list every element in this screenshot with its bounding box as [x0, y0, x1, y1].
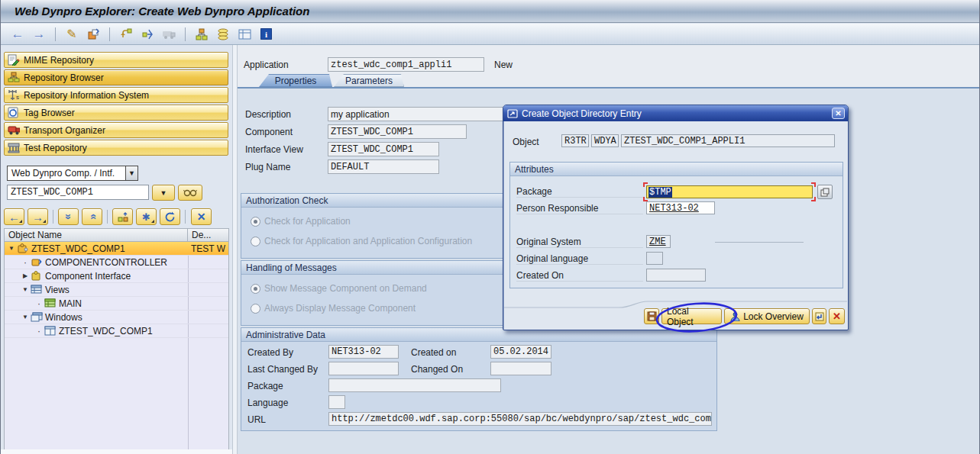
tab-parameters[interactable]: Parameters	[334, 74, 404, 87]
object-name-input[interactable]: ZTEST_WDC_COMP1	[7, 185, 149, 200]
package-input[interactable]: $TMP	[646, 185, 813, 198]
interface-view-field[interactable]: ZTEST_WDC_COMP1	[328, 142, 439, 156]
favorites-icon: ✱	[142, 211, 150, 223]
table-view-icon[interactable]	[235, 26, 254, 43]
dialog-titlebar[interactable]: Create Object Directory Entry	[503, 105, 848, 121]
display-change-icon[interactable]: ✎	[63, 26, 81, 43]
object-pgmid-field[interactable]: R3TR	[561, 134, 589, 147]
plug-name-label: Plug Name	[245, 162, 290, 172]
description-field[interactable]: my application	[328, 107, 511, 121]
sidebar-item-tag-browser[interactable]: Tag Browser	[4, 105, 228, 121]
info-icon[interactable]: i	[257, 26, 275, 43]
sidebar-item-transport-organizer[interactable]: Transport Organizer	[4, 122, 228, 138]
tree-row[interactable]: · ZTEST_WDC_COMP1	[5, 324, 229, 338]
radio-always-display-message-component[interactable]: Always Display Message Component	[251, 303, 416, 314]
tree-item-description: TEST W	[191, 243, 229, 254]
test-repository-icon	[8, 142, 20, 153]
save-icon	[647, 311, 657, 321]
save-button[interactable]	[644, 308, 659, 324]
tree-row[interactable]: ▼ Views	[5, 283, 229, 297]
tree-row[interactable]: · MAIN	[5, 297, 229, 311]
object-label: Object	[513, 137, 539, 147]
back-icon[interactable]: ←	[8, 26, 27, 43]
last-changed-by-field[interactable]	[328, 362, 399, 375]
collapse-all-button[interactable]: »	[82, 208, 102, 225]
changed-on-field[interactable]	[490, 362, 551, 375]
tree-row[interactable]: ▼ Windows	[5, 311, 229, 324]
interface-view-label: Interface View	[245, 144, 303, 155]
refresh-button[interactable]	[160, 208, 180, 225]
chevron-down-icon: ▼	[160, 189, 167, 197]
chevron-down-icon[interactable]: ▼	[125, 166, 137, 180]
sap-window: Web Dynpro Explorer: Create Web Dynpro A…	[0, 0, 980, 454]
transport-organizer-icon	[8, 124, 20, 136]
tree-forward-button[interactable]: →	[27, 208, 48, 225]
component-field[interactable]: ZTEST_WDC_COMP1	[328, 124, 467, 139]
where-used-previous-icon[interactable]	[117, 26, 135, 43]
original-language-field[interactable]	[646, 252, 663, 265]
object-type-field[interactable]: WDYA	[591, 134, 619, 147]
cancel-button[interactable]: ✕	[829, 308, 845, 324]
dialog-close-button[interactable]: ✕	[832, 108, 845, 119]
expand-all-button[interactable]: »	[58, 208, 79, 225]
transport-icon[interactable]	[160, 26, 178, 43]
created-on-label: Created On	[516, 270, 643, 282]
object-name-field[interactable]: ZTEST_WDC_COMP1_APPLI1	[621, 134, 835, 147]
radio-check-for-application-and-configuration[interactable]: Check for Application and Application Co…	[251, 236, 472, 246]
original-system-label: Original System	[516, 237, 643, 248]
leaf-bullet-icon: ·	[21, 257, 29, 268]
lock-overview-button[interactable]: Lock Overview	[724, 308, 810, 324]
display-glasses-button[interactable]	[178, 185, 202, 201]
own-requests-button[interactable]	[812, 308, 826, 324]
tree-col-object-name[interactable]: Object Name	[4, 228, 188, 242]
sidebar-item-repository-information-system[interactable]: s Repository Information System	[4, 87, 228, 103]
language-field[interactable]	[328, 395, 345, 409]
plug-name-field[interactable]: DEFAULT	[328, 159, 439, 174]
expander-open-icon[interactable]: ▼	[8, 245, 15, 252]
tree-row[interactable]: ▼ ZTEST_WDC_COMP1 TEST W	[5, 242, 229, 256]
expander-open-icon[interactable]: ▼	[21, 286, 29, 293]
hierarchy-icon[interactable]	[192, 26, 211, 43]
forward-icon[interactable]: →	[30, 26, 48, 43]
window-title: Web Dynpro Explorer: Create Web Dynpro A…	[15, 5, 309, 18]
display-hierarchy-button[interactable]	[112, 208, 133, 225]
radio-check-for-application[interactable]: Check for Application	[251, 216, 351, 227]
tree-row[interactable]: ▶ Component Interface	[5, 269, 229, 283]
toolbar-separator	[107, 210, 108, 224]
sidebar-item-repository-browser[interactable]: Repository Browser	[4, 69, 228, 85]
person-responsible-input[interactable]: NET313-02	[646, 201, 715, 214]
radio-show-message-component-on-demand[interactable]: Show Message Component on Demand	[251, 283, 427, 294]
where-used-next-icon[interactable]	[138, 26, 157, 43]
worklist-icon[interactable]	[214, 26, 232, 43]
panel-splitter[interactable]	[232, 45, 238, 454]
expander-closed-icon[interactable]: ▶	[21, 272, 29, 279]
tab-properties[interactable]: Properties	[259, 74, 332, 87]
description-label: Description	[245, 109, 291, 120]
url-label: URL	[247, 414, 266, 425]
object-type-select[interactable]: Web Dynpro Comp. / Intf. ▼	[7, 166, 138, 181]
sidebar-item-test-repository[interactable]: Test Repository	[4, 140, 228, 156]
value-help-button[interactable]	[817, 185, 833, 199]
original-system-field[interactable]: ZME	[646, 235, 671, 248]
tree-row[interactable]: · COMPONENTCONTROLLER	[5, 256, 229, 269]
component-icon	[17, 243, 29, 254]
sidebar-item-label: Tag Browser	[24, 108, 75, 118]
package-label: Package	[247, 381, 283, 391]
local-object-button[interactable]: Local Object	[661, 308, 722, 324]
tree-back-button[interactable]: ←	[4, 208, 24, 225]
created-on-field[interactable]: 05.02.2014	[490, 345, 551, 359]
expander-open-icon[interactable]: ▼	[21, 314, 29, 320]
created-by-field[interactable]: NET313-02	[328, 345, 399, 359]
favorites-button[interactable]: ✱	[136, 208, 157, 225]
created-on-field[interactable]	[646, 269, 706, 282]
url-field[interactable]: http://zmetdc00.wdf.sap.corp:55080/sap/b…	[328, 412, 712, 426]
tree-col-description[interactable]: De...	[188, 228, 229, 242]
switch-object-icon[interactable]	[84, 26, 102, 43]
tree-header: Object Name De...	[4, 228, 229, 242]
object-name-dropdown-button[interactable]: ▼	[152, 185, 175, 201]
sidebar-item-mime-repository[interactable]: MIME Repository	[4, 52, 228, 68]
application-field[interactable]: ztest_wdc_comp1_appli1	[328, 57, 484, 72]
package-field[interactable]	[328, 378, 501, 392]
created-on-label: Created on	[411, 347, 456, 358]
close-tree-button[interactable]: ✕	[191, 208, 212, 225]
